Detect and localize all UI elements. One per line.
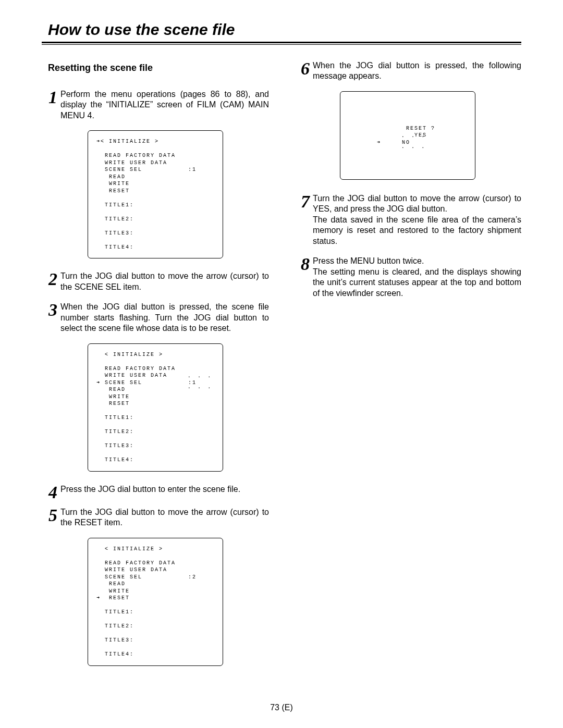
page-number: 73 (E) — [0, 703, 563, 712]
step-number: 1 — [42, 89, 57, 103]
step-4: 4 Press the JOG dial button to enter the… — [42, 484, 269, 498]
left-column: Resetting the scene file 1 Perform the m… — [42, 60, 269, 678]
step-number: 3 — [42, 302, 57, 315]
screen-reset-prompt: RESET ? YES ➜ NO — [340, 91, 475, 180]
step-number: 8 — [294, 256, 310, 269]
step-number: 5 — [42, 507, 57, 521]
step-text: Turn the JOG dial button to move the arr… — [313, 193, 521, 246]
step-text: Turn the JOG dial button to move the arr… — [60, 271, 269, 292]
step-text: When the JOG dial button is pressed, the… — [313, 60, 521, 82]
step-1: 1 Perform the menu operations (pages 86 … — [42, 89, 269, 121]
step-2: 2 Turn the JOG dial button to move the a… — [42, 271, 269, 292]
step-text: Turn the JOG dial button to move the arr… — [60, 507, 269, 528]
step-6: 6 When the JOG dial button is pressed, t… — [294, 60, 521, 82]
screen-initialize-1: ➜< INITIALIZE > READ FACTORY DATA WRITE … — [88, 130, 223, 258]
page-title: How to use the scene file — [48, 21, 521, 39]
step-text: When the JOG dial button is pressed, the… — [60, 302, 269, 334]
step-text: Press the MENU button twice.The setting … — [313, 256, 521, 299]
step-number: 4 — [42, 484, 57, 498]
screen-initialize-3: < INITIALIZE > READ FACTORY DATA WRITE U… — [88, 538, 223, 666]
right-column: 6 When the JOG dial button is pressed, t… — [294, 60, 521, 678]
screen-initialize-2: < INITIALIZE > READ FACTORY DATA WRITE U… — [88, 343, 223, 472]
step-number: 2 — [42, 271, 57, 285]
step-text: Press the JOG dial button to enter the s… — [60, 484, 269, 495]
step-3: 3 When the JOG dial button is pressed, t… — [42, 302, 269, 334]
section-subhead: Resetting the scene file — [48, 63, 269, 73]
title-rule — [42, 42, 521, 45]
step-7: 7 Turn the JOG dial button to move the a… — [294, 193, 521, 246]
step-8: 8 Press the MENU button twice.The settin… — [294, 256, 521, 299]
step-text: Perform the menu operations (pages 86 to… — [60, 89, 269, 121]
step-number: 7 — [294, 193, 310, 207]
step-5: 5 Turn the JOG dial button to move the a… — [42, 507, 269, 528]
step-number: 6 — [294, 60, 310, 74]
